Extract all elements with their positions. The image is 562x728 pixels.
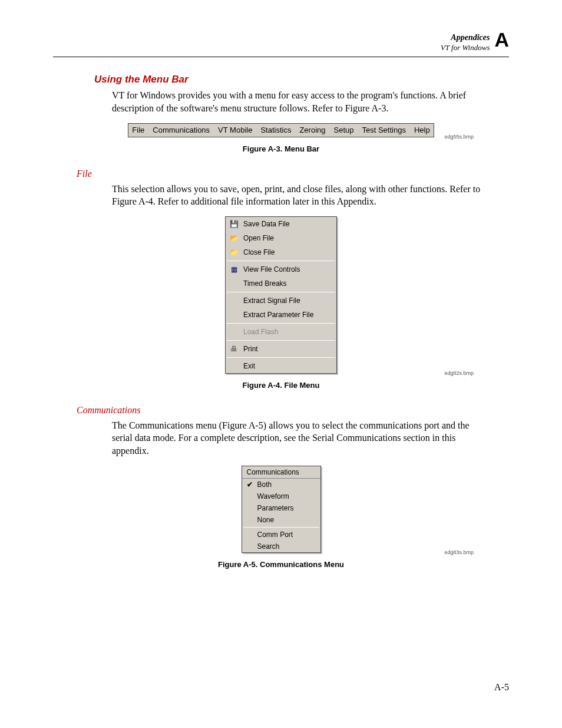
- menu-item-extract-signal[interactable]: Extract Signal File: [226, 294, 336, 308]
- section-using-menu-bar: Using the Menu Bar: [94, 74, 509, 85]
- menu-separator: [227, 340, 335, 341]
- page-number: A-5: [494, 682, 509, 693]
- menubar-item[interactable]: Setup: [334, 126, 354, 134]
- menu-item-label: Timed Breaks: [243, 279, 287, 288]
- menubar-item[interactable]: File: [132, 126, 144, 134]
- menubar-item[interactable]: Test Settings: [362, 126, 405, 134]
- comm-item-search[interactable]: Search: [242, 541, 320, 552]
- comm-item-both[interactable]: ✔ Both: [242, 479, 320, 490]
- menu-item-label: Close File: [243, 248, 275, 256]
- figure-a5-caption: Figure A-5. Communications Menu: [53, 560, 509, 569]
- comm-item-waveform[interactable]: Waveform: [242, 490, 320, 502]
- menu-item-label: Extract Signal File: [243, 297, 300, 305]
- comm-item-label: None: [257, 516, 275, 524]
- comm-item-none[interactable]: None: [242, 514, 320, 526]
- communications-menu-image: Communications ✔ Both Waveform Parameter…: [242, 466, 321, 553]
- close-folder-icon: 📁: [229, 248, 239, 257]
- blank-icon: [229, 310, 239, 319]
- menubar-item[interactable]: Help: [414, 126, 430, 134]
- blank-icon: [229, 279, 239, 288]
- menu-separator: [227, 357, 335, 358]
- figure-a3-caption: Figure A-3. Menu Bar: [53, 144, 509, 153]
- comm-item-label: Waveform: [257, 492, 289, 500]
- comm-item-label: Parameters: [257, 504, 294, 512]
- menubar-item[interactable]: Communications: [153, 126, 210, 134]
- sub-file-title: File: [77, 169, 509, 179]
- file-menu-image: 💾 Save Data File 📂 Open File 📁 Close Fil…: [225, 216, 337, 374]
- header-subtitle: VT for Windows: [441, 43, 490, 52]
- comm-menu-head: Communications: [242, 466, 320, 479]
- menu-item-exit[interactable]: Exit: [226, 359, 336, 373]
- header-appendix-letter: A: [494, 29, 509, 50]
- blank-icon: [229, 361, 239, 371]
- menubar-item[interactable]: VT Mobile: [218, 126, 252, 134]
- section1-body: VT for Windows provides you with a menu …: [112, 89, 489, 114]
- menu-item-label: Load Flash: [243, 328, 278, 336]
- file-section-body: This selection allows you to save, open,…: [112, 183, 489, 208]
- menu-item-close[interactable]: 📁 Close File: [226, 245, 336, 259]
- menubar-image: File Communications VT Mobile Statistics…: [128, 123, 434, 137]
- menu-item-open[interactable]: 📂 Open File: [226, 231, 336, 245]
- blank-icon: [229, 327, 239, 337]
- save-icon: 💾: [229, 219, 239, 229]
- comm-item-label: Search: [257, 542, 280, 551]
- header-title: Appendices: [441, 33, 490, 43]
- comm-item-commport[interactable]: Comm Port: [242, 529, 320, 541]
- figure-a4: 💾 Save Data File 📂 Open File 📁 Close Fil…: [53, 216, 509, 374]
- menu-separator: [227, 323, 335, 324]
- menu-item-label: Extract Parameter File: [243, 311, 313, 319]
- menubar-item[interactable]: Zeroing: [299, 126, 325, 134]
- menu-separator: [243, 527, 319, 528]
- page-header: Appendices VT for Windows A: [53, 29, 509, 57]
- blank-icon: [229, 296, 239, 305]
- menu-item-label: View File Controls: [243, 265, 300, 274]
- figure-a5: Communications ✔ Both Waveform Parameter…: [53, 466, 509, 553]
- menu-item-print[interactable]: 🖶 Print: [226, 342, 336, 356]
- menu-item-extract-parameter[interactable]: Extract Parameter File: [226, 308, 336, 322]
- sub-comm-title: Communications: [77, 405, 509, 416]
- check-icon: ✔: [246, 480, 254, 489]
- menu-item-label: Open File: [243, 234, 274, 242]
- menu-separator: [227, 292, 335, 292]
- menubar-item[interactable]: Statistics: [260, 126, 291, 134]
- menu-separator: [227, 261, 335, 261]
- print-icon: 🖶: [229, 344, 239, 354]
- menu-item-load-flash: Load Flash: [226, 325, 336, 339]
- comm-item-label: Comm Port: [257, 531, 293, 539]
- menu-item-label: Exit: [243, 362, 255, 370]
- comm-section-body: The Communications menu (Figure A-5) all…: [112, 419, 489, 457]
- comm-item-parameters[interactable]: Parameters: [242, 502, 320, 514]
- view-controls-icon: ▦: [229, 265, 239, 274]
- menu-item-label: Save Data File: [243, 220, 290, 228]
- comm-item-label: Both: [257, 480, 272, 489]
- menu-item-view-controls[interactable]: ▦ View File Controls: [226, 262, 336, 276]
- menu-item-timed-breaks[interactable]: Timed Breaks: [226, 276, 336, 291]
- menu-item-save[interactable]: 💾 Save Data File: [226, 217, 336, 231]
- figure-a4-caption: Figure A-4. File Menu: [53, 381, 509, 390]
- menu-item-label: Print: [243, 345, 258, 353]
- open-icon: 📂: [229, 233, 239, 243]
